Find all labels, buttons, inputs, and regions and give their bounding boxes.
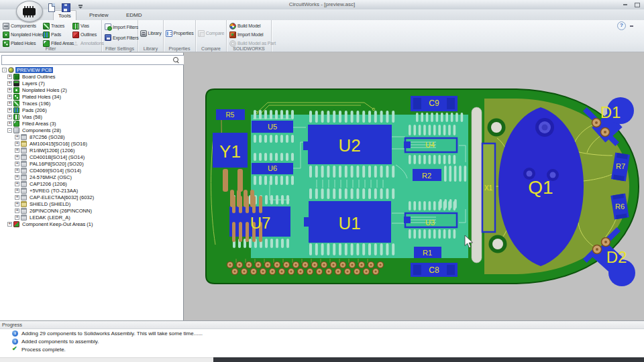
tree-item-label: CAP1206 (1206) — [28, 181, 68, 187]
component-icon — [21, 201, 27, 207]
tree-item-label: AM100415[SO16] (SO16) — [28, 141, 89, 147]
label-u3: U3 — [425, 219, 435, 227]
tree-expander[interactable]: + — [15, 208, 19, 213]
tree-expander[interactable]: + — [7, 74, 12, 79]
tab-preview[interactable]: Preview — [85, 10, 113, 19]
tree-item-component[interactable]: +LEDAK (LEDR_A) — [1, 214, 182, 221]
titlebar: CircuitWorks - [preview.asc] — [0, 0, 644, 10]
tree-expander[interactable]: + — [7, 222, 12, 227]
component-icon — [21, 154, 27, 160]
tree-item-nonplated-holes[interactable]: +Nonplated Holes (2) — [1, 86, 182, 93]
tree-item-component[interactable]: +CAP-ELECTAA[6032] (6032) — [1, 194, 182, 200]
layers-icon — [13, 80, 19, 86]
tree-item-component[interactable]: +CD4001B[SO14] (SO14) — [1, 154, 182, 160]
search-input[interactable] — [1, 55, 193, 65]
pcb-slot — [472, 107, 482, 263]
tree-item-pads[interactable]: +Pads (206) — [1, 107, 182, 113]
help-button[interactable]: ? — [617, 21, 626, 30]
import-filters-button[interactable]: Import Filters — [103, 21, 136, 32]
tree-expander[interactable]: + — [7, 88, 12, 93]
component-icon — [21, 141, 27, 147]
tree-item-label: LEDAK (LEDR_A) — [28, 215, 72, 221]
tree-item-component[interactable]: +SHIELD (SHIELD) — [1, 200, 182, 207]
pcb-tree: -PREVIEW PCB +Board Outlines +Layers (7)… — [1, 66, 182, 320]
tree-item-component[interactable]: +87C256 (SO28) — [1, 133, 182, 140]
tree-item-layers[interactable]: +Layers (7) — [1, 80, 182, 86]
tree-expander[interactable]: + — [15, 175, 19, 180]
new-document-button[interactable] — [47, 3, 56, 12]
tree-expander[interactable]: + — [7, 81, 12, 86]
tree-item-component[interactable]: +24-576MHZ (OSC) — [1, 174, 182, 180]
tree-item-preview-pcb[interactable]: -PREVIEW PCB — [1, 66, 182, 73]
tree-expander[interactable]: + — [15, 188, 19, 193]
tree-item-board-outlines[interactable]: +Board Outlines — [1, 73, 182, 80]
window-title: CircuitWorks - [preview.asc] — [0, 1, 644, 7]
solidworks-group-label: SOLIDWORKS — [227, 46, 271, 51]
tree-expander[interactable]: + — [15, 155, 19, 160]
component-icon — [21, 188, 27, 194]
tree-item-traces[interactable]: +Traces (196) — [1, 100, 182, 107]
compare-icon — [198, 30, 205, 37]
tree-item-component[interactable]: +26PINCONN (26PINCONN) — [1, 207, 182, 214]
app-menu-button[interactable] — [16, 1, 43, 22]
properties-button[interactable]: Properties — [164, 29, 195, 38]
tree-expander[interactable]: + — [15, 202, 19, 206]
tree-expander[interactable]: + — [7, 115, 12, 119]
tree-item-component[interactable]: +R1/8W[1206] (1206) — [1, 147, 182, 154]
tab-edmd[interactable]: EDMD — [121, 10, 147, 19]
tree-expander[interactable]: - — [7, 128, 12, 133]
tree-item-filled-areas[interactable]: +Filled Areas (3) — [1, 120, 182, 127]
window-minimize-button[interactable] — [621, 2, 629, 7]
tree-item-label: Components (28) — [21, 127, 62, 133]
component-icon — [21, 181, 27, 187]
tree-item-component[interactable]: +PAL16P8[SO20] (SO20) — [1, 160, 182, 167]
save-button[interactable] — [61, 3, 70, 12]
tree-expander[interactable]: + — [15, 182, 19, 186]
vias-filter-button[interactable]: Vias — [71, 21, 101, 30]
tree-item-keepout-areas[interactable]: +Component Keep-Out Areas (1) — [1, 221, 182, 227]
ribbon-tabrow: Tools Preview EDMD — [0, 9, 644, 20]
build-model-icon — [229, 23, 236, 29]
pads-filter-button[interactable]: Pads — [42, 30, 71, 39]
import-model-button[interactable]: Import Model — [228, 30, 270, 39]
tree-expander[interactable]: + — [15, 148, 19, 153]
minimize-ribbon-icon[interactable] — [630, 25, 633, 27]
plated-holes-icon — [3, 40, 9, 47]
tree-item-components[interactable]: -Components (28) — [1, 127, 182, 133]
ribbon-group-library: Library Library — [138, 20, 164, 52]
tree-item-component[interactable]: +AM100415[SO16] (SO16) — [1, 140, 182, 147]
outlines-filter-button[interactable]: Outlines — [71, 30, 101, 39]
tree-item-vias[interactable]: +Vias (58) — [1, 113, 182, 120]
label-r2: R2 — [422, 172, 431, 180]
filled-areas-icon — [13, 121, 19, 127]
tree-item-component[interactable]: +CD4069[SO14] (SO14) — [1, 167, 182, 174]
tree-item-component[interactable]: ++5VREG (TO-213AA) — [1, 187, 182, 194]
nonplated-holes-filter-button[interactable]: Nonplated Holes — [1, 30, 42, 39]
export-filters-button[interactable]: Export Filters — [103, 32, 136, 43]
tree-expander[interactable]: + — [7, 108, 12, 113]
tree-expander[interactable]: + — [7, 101, 12, 106]
info-icon — [12, 330, 18, 337]
tree-expander[interactable]: + — [15, 215, 19, 220]
window-maximize-button[interactable] — [633, 2, 641, 7]
tree-expander[interactable]: + — [15, 162, 19, 166]
tree-expander[interactable]: + — [7, 121, 12, 126]
tree-item-label: Board Outlines — [21, 74, 57, 80]
build-model-button[interactable]: Build Model — [228, 21, 270, 30]
tree-expander[interactable]: + — [15, 168, 19, 173]
components-filter-button[interactable]: Components — [1, 21, 42, 30]
traces-filter-button[interactable]: Traces — [42, 21, 71, 30]
tree-expander[interactable]: - — [2, 68, 7, 72]
tree-expander[interactable]: + — [15, 135, 19, 139]
component-icon — [21, 174, 27, 180]
tree-expander[interactable]: + — [15, 141, 19, 146]
tree-item-plated-holes[interactable]: +Plated Holes (34) — [1, 93, 182, 100]
quick-access-dropdown[interactable] — [78, 5, 84, 10]
progress-message: Adding 29 components to Solidworks Assem… — [0, 329, 644, 337]
library-button[interactable]: Library — [138, 29, 163, 38]
tree-expander[interactable]: + — [15, 195, 19, 200]
tree-item-label: R1/8W[1206] (1206) — [28, 147, 76, 154]
pcb-preview-pane[interactable]: R5 Y1 U5 U6 U2 U7 U1 U4 U3 R2 R1 C9 C8 X… — [184, 52, 644, 320]
tree-item-component[interactable]: +CAP1206 (1206) — [1, 180, 182, 187]
tree-expander[interactable]: + — [7, 95, 12, 99]
